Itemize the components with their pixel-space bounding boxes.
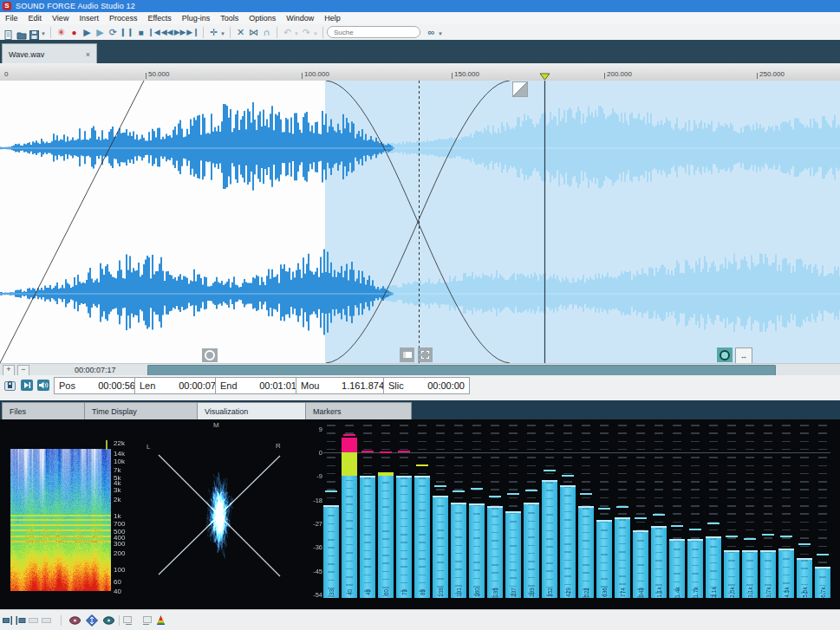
zoom-out-button[interactable]: − <box>17 365 29 376</box>
play-cursor-marker-icon[interactable] <box>539 73 550 81</box>
speaker-icon[interactable] <box>36 378 50 392</box>
menu-item-file[interactable]: File <box>0 12 23 24</box>
cut-icon[interactable]: ✕ <box>234 25 247 39</box>
stretch-handle-button[interactable]: ↔ <box>735 347 752 364</box>
mono-scope-icon[interactable] <box>102 615 115 626</box>
document-tab-wave[interactable]: Wave.wav × <box>2 43 97 64</box>
status-field-len[interactable]: Len00:00:07 <box>134 377 221 394</box>
menu-item-view[interactable]: View <box>47 12 74 24</box>
spectrum-band-label: 4.5k <box>784 587 790 597</box>
menu-item-process[interactable]: Process <box>104 12 143 24</box>
dock-tab-visualization[interactable]: Visualization× <box>197 402 318 419</box>
spectrum-band: 2.1k <box>706 419 721 609</box>
find-binoculars-icon[interactable]: ∞ <box>425 25 438 39</box>
find-dropdown-icon[interactable]: ▼ <box>438 31 443 36</box>
pan-scope-icon[interactable] <box>86 614 98 627</box>
sustain-scope-icon[interactable] <box>68 615 81 626</box>
menu-item-plugins[interactable]: Plug-ins <box>177 12 216 24</box>
freq-axis-label: 200 <box>114 549 125 557</box>
menu-item-effects[interactable]: Effects <box>142 12 176 24</box>
play-icon[interactable]: ▶ <box>94 25 107 39</box>
freq-axis-label: 22k <box>114 439 125 447</box>
loop-playback-icon[interactable]: ⟳ <box>107 25 120 39</box>
spectrum-peak-hold <box>726 536 738 537</box>
rewind-icon[interactable]: ◀◀ <box>160 25 173 39</box>
spectrum-band-label: 195 <box>492 588 498 597</box>
marker-next-icon[interactable] <box>16 616 26 625</box>
spectrum-band-label: 237 <box>511 588 517 597</box>
spectrum-bar-over-zone <box>342 438 357 452</box>
menu-item-window[interactable]: Window <box>281 12 319 24</box>
spectrum-band: 522 <box>578 419 594 609</box>
open-file-icon[interactable] <box>16 28 26 37</box>
menu-item-help[interactable]: Help <box>319 12 346 24</box>
status-field-slic[interactable]: Slic00:00:00 <box>383 377 470 394</box>
spectrum-layers-icon[interactable] <box>154 614 167 627</box>
play-from-position-icon[interactable] <box>20 378 34 392</box>
search-input[interactable] <box>327 26 420 38</box>
go-to-start-icon[interactable]: ❙◀ <box>147 25 160 39</box>
crossfade-tool-icon[interactable] <box>512 81 528 97</box>
forward-icon[interactable]: ▶▶ <box>173 25 186 39</box>
undo-dropdown-icon[interactable]: ▼ <box>294 31 299 36</box>
main-toolbar: ▼ ✳ ● ▶ ▶ ⟳ ❙❙ ■ ❙◀ ◀◀ ▶▶ ▶❙ ✛ ▼ ✕ ⋈ ∩ ↶… <box>0 24 840 41</box>
freq-axis-label: 1k <box>114 512 120 520</box>
edit-tool-icon[interactable]: ✛ <box>207 25 220 39</box>
dock-tab-markers[interactable]: Markers <box>305 402 412 419</box>
menu-item-tools[interactable]: Tools <box>215 12 244 24</box>
snap-icon[interactable]: ∩ <box>260 25 273 39</box>
status-field-mou[interactable]: Mou1.161.874 <box>296 377 389 394</box>
redo-dropdown-icon[interactable]: ▼ <box>313 31 318 36</box>
record-remote-icon[interactable]: ✳ <box>55 25 68 39</box>
zoom-in-button[interactable]: + <box>3 365 15 376</box>
save-file-icon[interactable] <box>29 28 39 37</box>
status-field-value: 00:00:56 <box>98 380 135 391</box>
spectrum-band-label: 289 <box>529 588 535 597</box>
time-ruler[interactable]: 050.000100.000150.000200.000250.000 <box>0 63 840 81</box>
region-next-icon[interactable] <box>42 616 52 625</box>
lock-snapshot-icon[interactable] <box>3 378 17 392</box>
freq-axis-label: 100 <box>114 566 125 574</box>
menu-item-insert[interactable]: Insert <box>74 12 104 24</box>
spectrum-peak-hold <box>343 434 355 436</box>
spectrum-bar <box>524 503 539 598</box>
menu-item-options[interactable]: Options <box>244 12 281 24</box>
redo-icon[interactable]: ↷ <box>300 25 313 39</box>
spectrum-band: 774 <box>615 419 630 609</box>
fade-in-handle-button[interactable] <box>400 347 414 362</box>
record-icon[interactable]: ● <box>68 25 81 39</box>
edit-tool-dropdown-icon[interactable]: ▼ <box>220 31 225 36</box>
spectrum-band: 49 <box>360 419 375 609</box>
waveform-display[interactable]: ↔ <box>0 81 840 363</box>
status-field-label: Len <box>140 380 155 391</box>
spectrum-peak-hold <box>798 543 811 545</box>
spectrum-peak-hold <box>580 493 592 495</box>
marker-prev-icon[interactable] <box>3 616 13 625</box>
pause-icon[interactable]: ❙❙ <box>120 25 134 39</box>
save-dropdown-icon[interactable]: ▼ <box>41 31 46 36</box>
region-prev-icon[interactable] <box>29 616 39 625</box>
go-to-end-icon[interactable]: ▶❙ <box>186 25 199 39</box>
play-all-icon[interactable]: ▶ <box>81 25 94 39</box>
toolbar-separator <box>322 27 323 38</box>
status-field-pos[interactable]: Pos00:00:56 <box>54 377 140 394</box>
spectrum-bar <box>560 485 576 598</box>
status-field-value: 00:00:00 <box>427 380 465 391</box>
record-region-button[interactable] <box>717 347 733 362</box>
snapshot-button[interactable] <box>202 348 218 362</box>
undo-icon[interactable]: ↶ <box>281 25 294 39</box>
document-tab-close-icon[interactable]: × <box>86 50 90 59</box>
window-shift-left-icon[interactable] <box>123 616 133 625</box>
menu-item-edit[interactable]: Edit <box>23 12 48 24</box>
status-field-end[interactable]: End00:01:01 <box>215 377 302 394</box>
window-shift-right-icon[interactable] <box>141 616 152 625</box>
new-file-icon[interactable] <box>3 28 13 37</box>
document-tab-strip: Wave.wav × <box>0 40 840 63</box>
spectrum-bar <box>505 511 521 598</box>
stop-icon[interactable]: ■ <box>134 25 147 39</box>
horizontal-scroll-row: + − 00:00:07:17 <box>0 363 840 376</box>
trim-crop-icon[interactable]: ⋈ <box>247 25 260 39</box>
fade-out-handle-button[interactable] <box>418 347 433 362</box>
dock-tab-time-display[interactable]: Time Display <box>84 402 210 419</box>
spectrum-peak-hold <box>744 538 756 540</box>
